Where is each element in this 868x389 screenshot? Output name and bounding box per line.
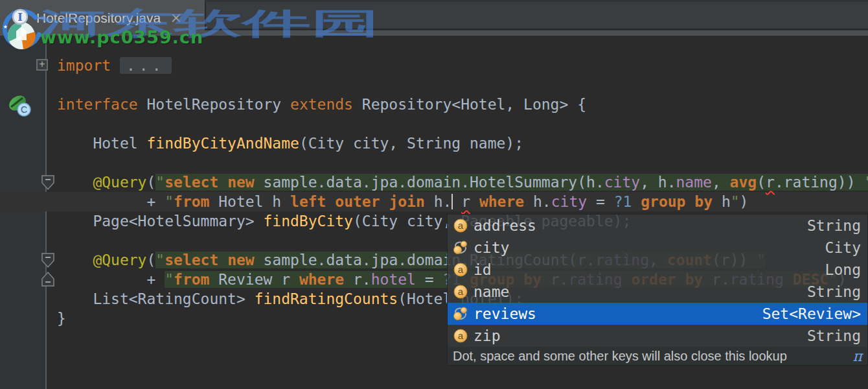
code-token: ?1 <box>614 193 632 210</box>
code-token <box>685 193 694 210</box>
completion-item-city[interactable]: cityCity <box>448 237 867 259</box>
jpa-relationship-icon <box>453 240 468 255</box>
folded-imports-placeholder[interactable]: ... <box>120 57 172 74</box>
completion-item-type: City <box>825 239 861 256</box>
code-token: name <box>676 174 712 191</box>
code-token: = <box>416 271 443 288</box>
code-token <box>632 193 641 210</box>
code-token: .rating)) <box>775 174 864 191</box>
code-token: " <box>731 193 740 210</box>
code-token: Review r <box>209 271 299 288</box>
code-token: r <box>766 174 775 191</box>
completion-item-label: id <box>474 261 492 278</box>
code-token: findByCity <box>263 213 352 230</box>
svg-text:a: a <box>458 330 464 341</box>
code-token: } <box>57 310 66 327</box>
completion-hint: Dot, space and some other keys will also… <box>448 347 867 365</box>
completion-item-label: city <box>474 239 509 256</box>
jpa-relationship-icon <box>453 306 468 322</box>
code-token: findByCityAndName <box>146 135 299 152</box>
jpa-attribute-icon: a <box>453 262 468 277</box>
code-token: (City city, String name); <box>299 135 523 152</box>
svg-text:a: a <box>458 220 464 231</box>
code-token: city <box>604 174 640 191</box>
tab-close-icon[interactable]: × <box>170 10 182 25</box>
code-token: " <box>155 252 165 268</box>
code-token: " <box>864 174 868 191</box>
code-token: where <box>479 193 524 210</box>
completion-item-name[interactable]: anameString <box>448 281 867 303</box>
code-token: @Query <box>93 252 146 268</box>
code-token: Hotel <box>93 135 146 152</box>
code-token: select <box>165 174 218 191</box>
completion-item-zip[interactable]: azipString <box>448 325 867 347</box>
svg-text:a: a <box>458 264 464 275</box>
completion-item-type: Set<Review> <box>762 305 861 322</box>
completion-item-reviews[interactable]: reviewsSet<Review> <box>448 303 867 325</box>
code-token: + <box>146 193 165 210</box>
code-token: city <box>551 193 587 210</box>
code-token: ( <box>757 174 766 191</box>
code-token: group <box>641 193 685 210</box>
code-token: List<RatingCount> <box>93 290 254 307</box>
completion-item-id[interactable]: aidLong <box>448 259 867 281</box>
code-token: " <box>165 271 174 288</box>
code-token <box>380 193 389 210</box>
completion-hint-text: Dot, space and some other keys will also… <box>453 349 787 364</box>
code-token: Page<HotelSummary> <box>93 213 263 230</box>
code-token: by <box>694 193 713 210</box>
code-token: r <box>461 193 470 210</box>
code-token: HotelRepository <box>138 96 290 113</box>
code-line[interactable]: import ... <box>0 56 868 75</box>
completion-item-label: zip <box>474 327 501 344</box>
pi-symbol-icon: π <box>853 348 862 364</box>
code-token: left <box>290 193 326 210</box>
svg-text:a: a <box>458 286 464 297</box>
code-token: join <box>389 193 424 210</box>
code-line[interactable]: @Query("select new sample.data.jpa.domai… <box>0 172 868 192</box>
completion-item-address[interactable]: aaddressString <box>448 215 867 237</box>
code-token: , <box>712 174 730 191</box>
editor-tab-bar: HotelRepository.java × <box>0 0 868 36</box>
code-token: from <box>174 271 209 288</box>
code-token: interface <box>57 96 138 113</box>
code-token: " <box>155 174 165 191</box>
jpa-attribute-icon: a <box>453 218 468 233</box>
completion-popup: aaddressStringcityCityaidLonganameString… <box>447 214 868 366</box>
code-line-caret[interactable]: + "from Hotel h left outer join h. r whe… <box>0 192 868 211</box>
code-token <box>218 252 227 268</box>
code-token: hotel <box>371 271 416 288</box>
completion-item-label: reviews <box>474 305 536 322</box>
code-token <box>470 193 479 210</box>
code-token: avg <box>730 174 757 191</box>
tab-hotelrepository[interactable]: HotelRepository.java × <box>0 0 205 36</box>
code-token: findRatingCounts <box>255 290 398 307</box>
completion-item-type: String <box>807 217 861 234</box>
completion-list: aaddressStringcityCityaidLonganameString… <box>448 215 867 347</box>
code-token <box>111 57 120 74</box>
code-token <box>218 174 227 191</box>
code-token: new <box>227 252 255 268</box>
jpa-attribute-icon: a <box>453 328 468 344</box>
code-token <box>326 193 335 210</box>
code-token: Hotel h <box>209 193 290 210</box>
code-token: , h. <box>640 174 676 191</box>
code-token: ( <box>146 252 155 268</box>
code-token: @Query <box>93 174 146 191</box>
code-token: h. <box>524 193 551 210</box>
completion-item-type: String <box>807 327 861 344</box>
code-line[interactable]: Hotel findByCityAndName(City city, Strin… <box>0 134 868 153</box>
completion-item-label: address <box>474 217 536 234</box>
code-line[interactable] <box>0 114 868 134</box>
code-line[interactable] <box>0 153 868 172</box>
code-token: h <box>713 193 731 210</box>
code-token: ( <box>146 174 155 191</box>
jpa-attribute-icon: a <box>453 284 468 300</box>
completion-item-label: name <box>474 283 509 300</box>
code-token: h. <box>425 193 452 210</box>
code-token: new <box>227 174 255 191</box>
code-token: Repository<Hotel, Long> { <box>353 96 586 113</box>
code-token: select <box>165 252 218 268</box>
code-line[interactable]: interface HotelRepository extends Reposi… <box>0 95 868 114</box>
code-line[interactable] <box>0 75 868 95</box>
